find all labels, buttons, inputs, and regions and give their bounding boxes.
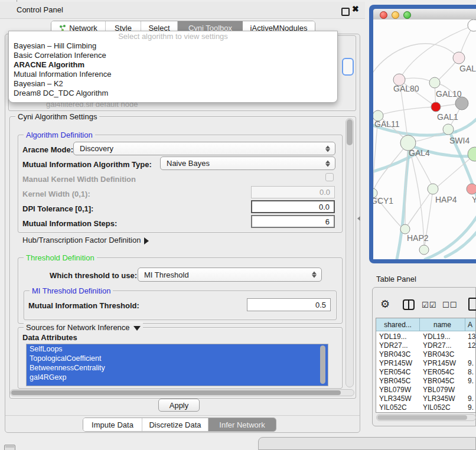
tab-infer-network[interactable]: Infer Network bbox=[208, 418, 276, 431]
gear-icon[interactable]: ⚙ bbox=[380, 298, 390, 311]
network-node[interactable] bbox=[429, 77, 440, 88]
tab-label: Infer Network bbox=[219, 420, 265, 429]
algorithm-definition-title: Algorithm Definition bbox=[24, 131, 95, 139]
cyni-settings-title: Cyni Algorithm Settings bbox=[15, 112, 99, 121]
stepper-arrows-icon bbox=[312, 272, 317, 278]
apply-button-label: Apply bbox=[169, 401, 189, 410]
table-row[interactable]: YDR27...YDR27...12 bbox=[376, 341, 476, 350]
table-panel-title: Table Panel bbox=[376, 275, 416, 283]
manual-kernel-checkbox[interactable] bbox=[325, 173, 334, 181]
file-icon[interactable] bbox=[468, 298, 476, 311]
algorithm-option[interactable]: Mutual Information Inference bbox=[9, 70, 337, 79]
stepper-arrows-icon bbox=[325, 160, 330, 167]
list-item[interactable]: BetweennessCentrality bbox=[27, 363, 328, 373]
table-cell: YLR345W bbox=[420, 394, 465, 403]
network-edge bbox=[425, 206, 476, 259]
network-node[interactable] bbox=[443, 124, 454, 135]
network-node[interactable] bbox=[453, 52, 465, 64]
network-edge bbox=[407, 189, 433, 226]
network-node[interactable] bbox=[467, 184, 476, 194]
table-cell: YDR27... bbox=[376, 341, 420, 350]
network-edge bbox=[408, 143, 424, 246]
list-item-partial[interactable] bbox=[27, 382, 328, 386]
network-graph: GALGAL80GAL10GAL1GAL11SWI4GAL4GCY1HAP4YH… bbox=[373, 19, 476, 259]
panel-splitter-handle[interactable] bbox=[357, 216, 360, 221]
aracne-mode-combobox[interactable]: Discovery bbox=[73, 142, 335, 155]
minimized-panel-icon[interactable] bbox=[4, 445, 15, 450]
table-row[interactable]: YER054CYER054C8. bbox=[376, 367, 476, 376]
tab-impute-data[interactable]: Impute Data bbox=[83, 418, 142, 431]
table-cell: YBR043C bbox=[376, 350, 420, 358]
algorithm-option[interactable]: Basic Correlation Inference bbox=[9, 51, 337, 60]
table-cell: YDL19... bbox=[420, 332, 465, 341]
table-row[interactable]: YPR145WYPR145W9. bbox=[376, 358, 476, 367]
data-attributes-list[interactable]: SelfLoops TopologicalCoefficient Between… bbox=[26, 344, 328, 386]
mi-steps-field[interactable]: 6 bbox=[251, 215, 335, 228]
apply-button[interactable]: Apply bbox=[158, 399, 200, 412]
list-vscrollbar-thumb[interactable] bbox=[320, 345, 325, 384]
bottom-panel-edge bbox=[258, 437, 476, 450]
close-icon[interactable]: ✖ bbox=[352, 4, 359, 14]
table-cell: YPR145W bbox=[420, 359, 465, 367]
network-node-label: GAL4 bbox=[409, 148, 430, 158]
mi-threshold-field[interactable]: 0.5 bbox=[247, 298, 331, 311]
select-all-checkboxes-icon[interactable]: ☑☑ bbox=[422, 301, 436, 309]
minimize-traffic-button[interactable] bbox=[392, 11, 399, 19]
collapse-down-icon bbox=[133, 326, 141, 331]
node-table: shared... name A YDL19...YDL19...13YDR27… bbox=[376, 318, 476, 413]
mi-type-combobox[interactable]: Naive Bayes bbox=[160, 156, 335, 170]
settings-vscrollbar[interactable] bbox=[345, 118, 354, 387]
table-cell: 9. bbox=[465, 403, 476, 412]
list-item[interactable]: SelfLoops bbox=[27, 344, 328, 354]
close-traffic-button[interactable] bbox=[380, 11, 387, 19]
algorithm-option[interactable]: Bayesian – Hill Climbing bbox=[9, 41, 337, 51]
table-cell: YBL079W bbox=[376, 386, 420, 394]
algorithm-option[interactable]: Dream8 DC_TDC Algorithm bbox=[9, 89, 337, 98]
column-header[interactable]: shared... bbox=[376, 318, 420, 331]
dpi-tolerance-field[interactable]: 0.0 bbox=[251, 200, 335, 213]
sources-title-row[interactable]: Sources for Network Inference bbox=[24, 323, 143, 332]
list-item[interactable]: TopologicalCoefficient bbox=[27, 354, 328, 363]
table-cell: YDR27... bbox=[420, 341, 465, 350]
kernel-width-label: Kernel Width (0,1): bbox=[22, 190, 90, 198]
table-row[interactable]: YDL19...YDL19...13 bbox=[376, 332, 476, 341]
network-window-titlebar[interactable] bbox=[373, 9, 476, 20]
network-node-label: GAL11 bbox=[374, 119, 400, 129]
network-node[interactable] bbox=[455, 97, 468, 110]
kernel-width-field: 0.0 bbox=[251, 186, 335, 198]
column-header[interactable]: name bbox=[420, 318, 465, 331]
tab-label: Discretize Data bbox=[149, 420, 201, 429]
list-item[interactable]: gal4RGexp bbox=[27, 373, 328, 382]
table-hscrollbar-thumb[interactable] bbox=[377, 415, 467, 420]
mi-steps-label: Mutual Information Steps: bbox=[22, 219, 117, 228]
algorithm-option[interactable]: ARACNE Algorithm bbox=[9, 60, 337, 70]
focused-combo-fragment[interactable] bbox=[342, 58, 354, 76]
table-row[interactable]: YIL052CYIL052C9. bbox=[376, 403, 476, 412]
network-canvas[interactable]: GALGAL80GAL10GAL1GAL11SWI4GAL4GCY1HAP4YH… bbox=[373, 19, 476, 259]
float-button[interactable] bbox=[341, 8, 350, 16]
table-cell: YBR045C bbox=[376, 377, 420, 385]
network-node[interactable] bbox=[419, 245, 429, 255]
table-row[interactable]: YBR045CYBR045C9. bbox=[376, 376, 476, 385]
network-edge bbox=[378, 107, 432, 116]
algorithm-option[interactable]: Bayesian – K2 bbox=[9, 79, 337, 89]
which-threshold-combobox[interactable]: MI Threshold bbox=[138, 268, 322, 282]
hub-definition-toggle[interactable]: Hub/Transcription Factor Definition bbox=[22, 236, 149, 244]
network-node[interactable] bbox=[468, 19, 476, 31]
table-row[interactable]: YBL079WYBL079W bbox=[376, 385, 476, 394]
network-node[interactable] bbox=[400, 224, 410, 234]
deselect-all-checkboxes-icon[interactable]: ☐☐ bbox=[442, 301, 457, 309]
sources-title: Sources for Network Inference bbox=[26, 323, 130, 332]
network-node[interactable] bbox=[428, 184, 438, 194]
table-cell: YER054C bbox=[376, 368, 420, 376]
which-threshold-value: MI Threshold bbox=[144, 270, 189, 279]
split-view-icon[interactable] bbox=[403, 299, 415, 310]
tab-discretize-data[interactable]: Discretize Data bbox=[142, 418, 208, 431]
table-row[interactable]: YLR345WYLR345W9. bbox=[376, 394, 476, 403]
table-row[interactable]: YBR043CYBR043C bbox=[376, 350, 476, 358]
settings-vscrollbar-thumb[interactable] bbox=[347, 119, 353, 145]
zoom-traffic-button[interactable] bbox=[403, 11, 411, 19]
network-node[interactable] bbox=[431, 102, 441, 112]
column-header[interactable]: A bbox=[465, 318, 476, 331]
settings-hscrollbar-thumb[interactable] bbox=[11, 390, 341, 395]
